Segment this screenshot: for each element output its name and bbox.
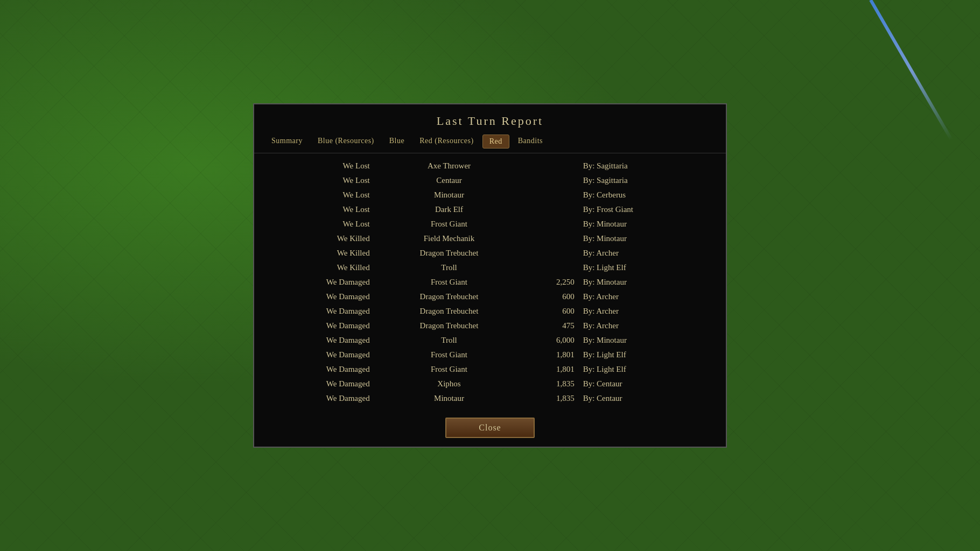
row-by-9: By: Archer [579, 289, 715, 304]
row-unit-13: Frost Giant [374, 348, 524, 362]
row-action-16: We Damaged [265, 391, 374, 406]
row-unit-6: Dragon Trebuchet [374, 246, 524, 260]
row-unit-10: Dragon Trebuchet [374, 304, 524, 319]
row-by-8: By: Minotaur [579, 275, 715, 289]
row-by-10: By: Archer [579, 304, 715, 319]
row-by-3: By: Frost Giant [579, 202, 715, 217]
row-unit-1: Centaur [374, 173, 524, 188]
row-unit-7: Troll [374, 260, 524, 275]
table-row: We DamagedXiphos1,835By: Centaur [265, 377, 715, 391]
tab-blue[interactable]: Blue [383, 135, 411, 149]
row-amount-11: 475 [524, 319, 578, 333]
row-amount-8: 2,250 [524, 275, 578, 289]
table-row: We KilledTrollBy: Light Elf [265, 260, 715, 275]
row-by-2: By: Cerberus [579, 188, 715, 202]
row-by-15: By: Centaur [579, 377, 715, 391]
table-row: We DamagedFrost Giant2,250By: Minotaur [265, 275, 715, 289]
row-by-11: By: Archer [579, 319, 715, 333]
row-unit-2: Minotaur [374, 188, 524, 202]
tab-bar: SummaryBlue (Resources)BlueRed (Resource… [254, 135, 726, 153]
row-amount-5 [524, 231, 578, 246]
row-amount-4 [524, 217, 578, 231]
row-action-6: We Killed [265, 246, 374, 260]
row-action-3: We Lost [265, 202, 374, 217]
report-table: We LostAxe ThrowerBy: SagittariaWe LostC… [265, 159, 715, 406]
table-row: We DamagedMinotaur1,835By: Centaur [265, 391, 715, 406]
table-row: We LostFrost GiantBy: Minotaur [265, 217, 715, 231]
row-action-12: We Damaged [265, 333, 374, 348]
tab-blue-resources[interactable]: Blue (Resources) [311, 135, 381, 149]
row-unit-14: Frost Giant [374, 362, 524, 377]
table-row: We KilledDragon TrebuchetBy: Archer [265, 246, 715, 260]
row-action-13: We Damaged [265, 348, 374, 362]
row-amount-13: 1,801 [524, 348, 578, 362]
close-button[interactable]: Close [445, 418, 534, 438]
last-turn-report-modal: Last Turn Report SummaryBlue (Resources)… [253, 103, 727, 448]
row-action-11: We Damaged [265, 319, 374, 333]
row-action-8: We Damaged [265, 275, 374, 289]
row-by-0: By: Sagittaria [579, 159, 715, 173]
row-by-4: By: Minotaur [579, 217, 715, 231]
row-amount-1 [524, 173, 578, 188]
table-row: We DamagedTroll6,000By: Minotaur [265, 333, 715, 348]
row-action-14: We Damaged [265, 362, 374, 377]
row-amount-7 [524, 260, 578, 275]
row-by-14: By: Light Elf [579, 362, 715, 377]
row-action-0: We Lost [265, 159, 374, 173]
row-unit-3: Dark Elf [374, 202, 524, 217]
row-unit-0: Axe Thrower [374, 159, 524, 173]
modal-overlay: Last Turn Report SummaryBlue (Resources)… [0, 0, 980, 551]
row-unit-4: Frost Giant [374, 217, 524, 231]
row-unit-8: Frost Giant [374, 275, 524, 289]
row-amount-9: 600 [524, 289, 578, 304]
row-by-6: By: Archer [579, 246, 715, 260]
row-action-1: We Lost [265, 173, 374, 188]
row-by-13: By: Light Elf [579, 348, 715, 362]
report-content[interactable]: We LostAxe ThrowerBy: SagittariaWe LostC… [254, 153, 726, 411]
table-row: We LostDark ElfBy: Frost Giant [265, 202, 715, 217]
row-by-1: By: Sagittaria [579, 173, 715, 188]
table-row: We DamagedFrost Giant1,801By: Light Elf [265, 348, 715, 362]
row-action-10: We Damaged [265, 304, 374, 319]
row-amount-12: 6,000 [524, 333, 578, 348]
table-row: We DamagedDragon Trebuchet600By: Archer [265, 289, 715, 304]
row-amount-3 [524, 202, 578, 217]
table-row: We LostCentaurBy: Sagittaria [265, 173, 715, 188]
row-amount-15: 1,835 [524, 377, 578, 391]
row-unit-5: Field Mechanik [374, 231, 524, 246]
row-unit-16: Minotaur [374, 391, 524, 406]
table-row: We LostAxe ThrowerBy: Sagittaria [265, 159, 715, 173]
row-action-9: We Damaged [265, 289, 374, 304]
row-action-7: We Killed [265, 260, 374, 275]
row-amount-10: 600 [524, 304, 578, 319]
table-row: We KilledField MechanikBy: Minotaur [265, 231, 715, 246]
row-amount-14: 1,801 [524, 362, 578, 377]
table-row: We DamagedFrost Giant1,801By: Light Elf [265, 362, 715, 377]
table-row: We DamagedDragon Trebuchet600By: Archer [265, 304, 715, 319]
tab-red[interactable]: Red [482, 135, 509, 149]
row-action-15: We Damaged [265, 377, 374, 391]
row-by-5: By: Minotaur [579, 231, 715, 246]
row-amount-0 [524, 159, 578, 173]
row-action-2: We Lost [265, 188, 374, 202]
row-amount-16: 1,835 [524, 391, 578, 406]
row-unit-12: Troll [374, 333, 524, 348]
row-unit-15: Xiphos [374, 377, 524, 391]
tab-summary[interactable]: Summary [265, 135, 309, 149]
row-action-5: We Killed [265, 231, 374, 246]
row-by-12: By: Minotaur [579, 333, 715, 348]
row-by-16: By: Centaur [579, 391, 715, 406]
table-row: We DamagedDragon Trebuchet475By: Archer [265, 319, 715, 333]
row-unit-9: Dragon Trebuchet [374, 289, 524, 304]
tab-bandits[interactable]: Bandits [512, 135, 549, 149]
row-amount-6 [524, 246, 578, 260]
table-row: We LostMinotaurBy: Cerberus [265, 188, 715, 202]
row-by-7: By: Light Elf [579, 260, 715, 275]
modal-footer: Close [254, 411, 726, 447]
row-unit-11: Dragon Trebuchet [374, 319, 524, 333]
row-amount-2 [524, 188, 578, 202]
row-action-4: We Lost [265, 217, 374, 231]
modal-title: Last Turn Report [254, 104, 726, 135]
tab-red-resources[interactable]: Red (Resources) [413, 135, 480, 149]
